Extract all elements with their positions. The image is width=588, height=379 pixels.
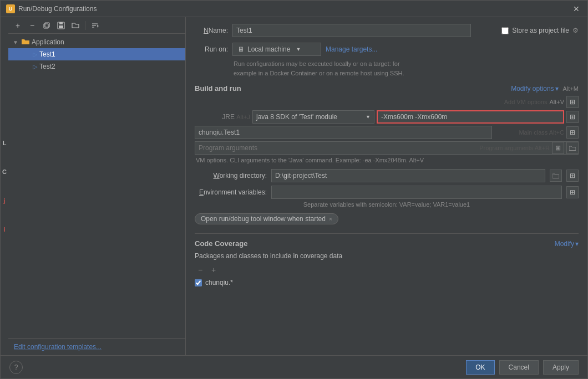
- ok-button[interactable]: OK: [466, 360, 494, 375]
- machine-label: Local machine: [247, 45, 290, 53]
- folder-config-button[interactable]: [69, 19, 82, 32]
- main-class-hint: Main class Alt+C: [492, 129, 564, 136]
- coverage-toolbar: − +: [195, 264, 579, 275]
- dialog-title: Run/Debug Configurations: [18, 5, 571, 13]
- app-icon: U: [6, 4, 15, 13]
- vm-hint-text: VM options. CLI arguments to the 'Java' …: [196, 157, 579, 163]
- svg-rect-4: [59, 25, 63, 28]
- store-as-project-label: Store as project file: [512, 27, 569, 34]
- tree-item-icon-test1: ▷: [33, 51, 37, 58]
- tree-group-label: Application: [32, 38, 64, 46]
- modify-shortcut: Alt+M: [563, 85, 579, 92]
- open-tool-window-tag: Open run/debug tool window when started …: [195, 213, 338, 224]
- tree-folder-icon: [22, 38, 29, 47]
- config-tree: ▼ Application ▷ Test1 ▷ Test2: [8, 34, 185, 338]
- coverage-add-button[interactable]: +: [208, 264, 219, 275]
- add-vm-options-label: Add VM options: [475, 99, 547, 105]
- prog-args-expand-btn[interactable]: ⊞: [552, 142, 564, 154]
- packages-label: Packages and classes to include in cover…: [195, 252, 579, 260]
- store-as-project-row: Store as project file ⚙: [501, 27, 579, 34]
- manage-targets-link[interactable]: Manage targets...: [326, 45, 377, 53]
- left-panel: + −: [8, 17, 186, 355]
- env-vars-label: Environment variables:: [195, 188, 267, 196]
- main-class-expand-btn[interactable]: ⊞: [566, 126, 579, 139]
- name-input[interactable]: [232, 24, 471, 37]
- side-letter-j: j: [3, 197, 5, 204]
- add-vm-shortcut: Alt+V: [549, 99, 564, 105]
- right-panel: NName: Store as project file ⚙ Run on: 🖥…: [186, 17, 587, 355]
- working-dir-input[interactable]: [271, 169, 545, 182]
- bottom-bar: ? OK Cancel Apply: [1, 355, 587, 378]
- name-label: NName:: [195, 27, 228, 34]
- run-on-dropdown[interactable]: 🖥 Local machine ▼: [232, 43, 321, 56]
- coverage-item: chunqiu.*: [195, 279, 579, 286]
- cancel-button[interactable]: Cancel: [499, 360, 539, 375]
- title-bar: U Run/Debug Configurations ✕: [1, 1, 587, 17]
- java-sdk-dropdown[interactable]: java 8 SDK of 'Test' module ▼: [252, 110, 374, 124]
- run-on-row: Run on: 🖥 Local machine ▼ Manage targets…: [195, 43, 579, 56]
- build-run-header: Build and run Modify options ▾ Alt+M: [195, 84, 579, 93]
- java-sdk-row: JRE Alt+J java 8 SDK of 'Test' module ▼ …: [195, 110, 579, 124]
- tag-label: Open run/debug tool window when started: [201, 215, 326, 223]
- remove-tag-button[interactable]: ×: [329, 216, 332, 222]
- svg-rect-0: [44, 24, 48, 28]
- env-vars-hint: Separate variables with semicolon: VAR=v…: [195, 201, 579, 208]
- toolbar: + −: [8, 17, 185, 34]
- sort-config-button[interactable]: [89, 19, 101, 32]
- prog-args-hint: Program arguments Alt+R: [479, 145, 550, 151]
- tree-item-label-test1: Test1: [39, 50, 55, 58]
- working-dir-expand-btn[interactable]: ⊞: [566, 170, 579, 182]
- close-button[interactable]: ✕: [571, 3, 582, 14]
- program-args-row: Program arguments Alt+R ⊞: [195, 141, 579, 155]
- store-as-project-checkbox[interactable]: [501, 27, 509, 34]
- tree-group-application[interactable]: ▼ Application: [8, 36, 185, 48]
- side-letter-i: i: [3, 226, 5, 233]
- computer-icon: 🖥: [237, 45, 244, 53]
- vm-options-expand-btn[interactable]: ⊞: [566, 111, 579, 123]
- prog-args-folder-btn[interactable]: [566, 142, 579, 154]
- side-letter-l: L: [3, 140, 7, 146]
- build-run-title: Build and run: [195, 84, 241, 93]
- working-dir-label: Working directory:: [195, 172, 267, 180]
- jre-label: JRE: [222, 113, 235, 121]
- tree-item-label-test2: Test2: [39, 63, 55, 70]
- working-dir-folder-btn[interactable]: [550, 170, 562, 182]
- name-store-row: NName: Store as project file ⚙: [195, 24, 579, 37]
- main-class-input[interactable]: [195, 126, 492, 139]
- side-letter-c: C: [2, 168, 7, 175]
- apply-button[interactable]: Apply: [543, 360, 579, 375]
- jre-shortcut: Alt+J: [236, 114, 250, 120]
- env-vars-expand-btn[interactable]: ⊞: [566, 186, 579, 198]
- tree-item-test2[interactable]: ▷ Test2: [8, 60, 185, 73]
- coverage-item-checkbox[interactable]: [195, 279, 202, 286]
- env-vars-input[interactable]: [271, 186, 562, 199]
- tree-item-test1[interactable]: ▷ Test1: [8, 48, 185, 60]
- java-sdk-arrow-icon: ▼: [366, 114, 371, 120]
- gear-icon[interactable]: ⚙: [572, 27, 579, 34]
- svg-rect-3: [59, 22, 63, 24]
- vm-options-input[interactable]: [377, 110, 564, 124]
- coverage-remove-button[interactable]: −: [195, 264, 206, 275]
- main-class-row: Main class Alt+C ⊞: [195, 126, 579, 139]
- help-button[interactable]: ?: [9, 361, 23, 374]
- coverage-item-label: chunqiu.*: [205, 279, 233, 286]
- edit-config-link[interactable]: Edit configuration templates...: [8, 338, 185, 355]
- dropdown-arrow-icon: ▼: [296, 47, 301, 52]
- expand-vm-btn[interactable]: ⊞: [566, 96, 579, 108]
- run-on-description: Run configurations may be executed local…: [234, 59, 579, 78]
- copy-config-button[interactable]: [40, 19, 53, 32]
- env-vars-row: Environment variables: ⊞: [195, 186, 579, 199]
- remove-config-button[interactable]: −: [26, 19, 38, 32]
- dropdown-arrow-icon: ▾: [555, 85, 559, 93]
- tree-chevron-icon: ▼: [13, 39, 19, 45]
- run-on-label: Run on:: [195, 45, 228, 53]
- coverage-title: Code Coverage: [195, 239, 247, 248]
- coverage-modify-button[interactable]: Modify ▾: [555, 240, 579, 248]
- add-config-button[interactable]: +: [12, 19, 24, 32]
- save-config-button[interactable]: [55, 19, 67, 32]
- coverage-header: Code Coverage Modify ▾: [195, 239, 579, 248]
- tree-item-icon-test2: ▷: [33, 63, 37, 70]
- modify-options-button[interactable]: Modify options ▾: [511, 85, 558, 93]
- coverage-section: Code Coverage Modify ▾ Packages and clas…: [195, 233, 579, 286]
- svg-rect-1: [45, 23, 49, 27]
